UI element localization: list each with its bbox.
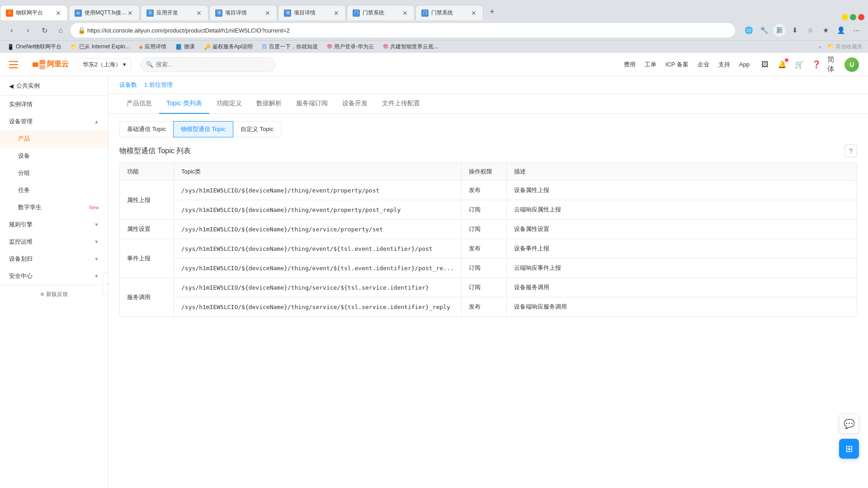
security-arrow: ▼: [94, 273, 99, 279]
bookmarks-folder[interactable]: 📁 其他收藏夹: [827, 43, 863, 51]
topic-path-1: /sys/h1mIEW5LCIO/${deviceName}/thing/eve…: [174, 181, 462, 200]
sub-tab-basic[interactable]: 基础通信 Topic: [119, 121, 174, 137]
back-button[interactable]: ‹: [5, 24, 18, 37]
tab-data-parse[interactable]: 数据解析: [249, 94, 289, 114]
sub-tab-custom[interactable]: 自定义 Topic: [233, 121, 281, 137]
download-icon[interactable]: ⬇: [788, 24, 801, 37]
sidebar-section-device-management[interactable]: 设备管理 ▲: [0, 113, 108, 130]
tab-device-dev-label: 设备开发: [342, 99, 368, 107]
cart-icon-btn[interactable]: 🛒: [793, 58, 806, 71]
bookmark-icon[interactable]: ☆: [804, 24, 816, 37]
tab-6[interactable]: 门 门禁系统 ✕: [347, 5, 415, 20]
hamburger-menu[interactable]: [9, 57, 24, 72]
tab-func-def[interactable]: 功能定义: [209, 94, 249, 114]
image-icon-btn[interactable]: 🖼: [759, 58, 771, 71]
bookmark-appdetail[interactable]: ◈ 应用详情: [137, 42, 168, 52]
nav-link-support[interactable]: 支持: [718, 61, 730, 69]
bell-icon-btn[interactable]: 🔔: [776, 58, 788, 71]
sidebar-footer-feedback[interactable]: ⊕ 新版反馈: [0, 285, 108, 304]
tab-device-dev[interactable]: 设备开发: [335, 94, 375, 114]
sidebar-back-button[interactable]: ◀ 公共实例: [0, 76, 108, 96]
tab-close-7[interactable]: ✕: [470, 9, 477, 17]
more-icon[interactable]: ⋯: [850, 24, 863, 37]
help-icon-btn[interactable]: ❓: [810, 58, 823, 71]
search-bar[interactable]: 🔍: [140, 57, 276, 72]
new-tab-button[interactable]: +: [484, 4, 500, 20]
bookmark-onenet[interactable]: 📱 OneNet物联网平台: [5, 42, 63, 52]
bookmark-baidu[interactable]: 百 百度一下，你就知道: [260, 42, 320, 52]
nav-link-enterprise[interactable]: 企业: [698, 61, 709, 69]
sidebar-item-digital-twin[interactable]: 数字孪生 New: [0, 199, 108, 216]
sidebar-section-device-assign[interactable]: 设备划归 ▼: [0, 250, 108, 267]
new-badge-icon[interactable]: 新: [773, 24, 786, 37]
bookmark-huawei2[interactable]: 华 共建智能世界云底...: [381, 42, 440, 52]
breadcrumb-manage[interactable]: 1 前往管理: [144, 81, 173, 89]
bookmark-auth[interactable]: 🔑 鉴权服务Api说明: [202, 42, 255, 52]
nav-link-cost[interactable]: 费用: [624, 61, 636, 69]
nav-link-icp[interactable]: ICP 备案: [665, 61, 689, 69]
tab-close-2[interactable]: ✕: [127, 9, 134, 17]
extensions-icon[interactable]: 🔧: [758, 24, 770, 37]
sidebar-item-instance-detail[interactable]: 实例详情: [0, 96, 108, 113]
desc-5: 云端响应事件上报: [506, 258, 857, 278]
user-avatar[interactable]: U: [844, 57, 859, 72]
sidebar-collapse-button[interactable]: ‹: [103, 272, 108, 295]
bookmark-huawei[interactable]: 华 用户登录-华为云: [325, 42, 376, 52]
tab-1[interactable]: 云 物联网平台 ✕: [0, 5, 68, 20]
maximize-button[interactable]: [850, 14, 856, 20]
sidebar-section-security[interactable]: 安全中心 ▼: [0, 267, 108, 285]
nav-link-ticket[interactable]: 工单: [645, 61, 656, 69]
bookmark-weike[interactable]: 📘 微课: [174, 42, 197, 52]
tab-7[interactable]: 门 门禁系统 ✕: [415, 5, 483, 20]
desc-1: 设备属性上报: [506, 181, 857, 200]
tab-file-upload[interactable]: 文件上传配置: [375, 94, 427, 114]
tab-3[interactable]: 应 应用开发 ✕: [141, 5, 208, 20]
huawei2-label: 共建智能世界云底...: [390, 43, 438, 51]
tab-server-sub[interactable]: 服务端订阅: [289, 94, 335, 114]
tab-topic-list[interactable]: Topic 类列表: [159, 94, 209, 114]
translate-icon[interactable]: 🌐: [742, 24, 755, 37]
grid-float-button[interactable]: ⊞: [839, 439, 859, 459]
breadcrumb: 设备数 1 前往管理: [108, 76, 868, 94]
breadcrumb-devices[interactable]: 设备数: [119, 81, 137, 89]
tab-4[interactable]: 项 项目详情 ✕: [209, 5, 277, 20]
tab-2[interactable]: M 使用MQTT.fx接… ✕: [69, 5, 140, 20]
tab-close-4[interactable]: ✕: [264, 9, 271, 17]
home-button[interactable]: ⌂: [54, 24, 67, 37]
baidu-icon: 百: [262, 43, 267, 51]
logo-icon: [33, 60, 45, 70]
tab-close-6[interactable]: ✕: [401, 9, 409, 17]
tab-close-1[interactable]: ✕: [55, 9, 62, 17]
search-input[interactable]: [156, 61, 270, 68]
tab-product-info[interactable]: 产品信息: [119, 94, 159, 114]
tab-5[interactable]: 项 项目详情 ✕: [278, 5, 346, 20]
monitor-label: 监控运维: [9, 238, 33, 246]
minimize-button[interactable]: [842, 14, 848, 20]
tab-close-3[interactable]: ✕: [195, 9, 203, 17]
address-input[interactable]: 🔒 https://iot.console.aliyun.com/product…: [71, 23, 735, 38]
sidebar-item-product[interactable]: 产品: [0, 130, 108, 147]
profile-icon[interactable]: 👤: [835, 24, 847, 37]
sidebar-item-task[interactable]: 任务: [0, 182, 108, 199]
chat-float-button[interactable]: 💬: [839, 414, 859, 434]
huawei-label: 用户登录-华为云: [334, 43, 374, 51]
nav-link-app[interactable]: App: [739, 61, 750, 68]
region-text: 华东2（上海）: [83, 61, 121, 69]
tab-close-5[interactable]: ✕: [333, 9, 340, 17]
sidebar-section-monitor[interactable]: 监控运维 ▼: [0, 233, 108, 250]
sidebar-item-group[interactable]: 分组: [0, 164, 108, 182]
bookmarks-more[interactable]: »: [819, 44, 822, 50]
refresh-button[interactable]: ↻: [38, 24, 51, 37]
sub-tab-model[interactable]: 物模型通信 Topic: [173, 121, 233, 137]
forward-button[interactable]: ›: [22, 24, 34, 37]
favorites-icon[interactable]: ★: [819, 24, 832, 37]
huawei2-icon: 华: [383, 43, 388, 51]
sidebar-section-rules[interactable]: 规则引擎 ▼: [0, 216, 108, 233]
bookmark-ie[interactable]: 📁 已从 Internet Explo...: [69, 42, 131, 52]
help-button[interactable]: ?: [844, 145, 857, 157]
close-button[interactable]: [858, 14, 864, 20]
region-selector[interactable]: 华东2（上海） ▾: [78, 58, 131, 71]
simplified-chinese-btn[interactable]: 简体: [827, 58, 840, 71]
sidebar-item-device[interactable]: 设备: [0, 147, 108, 164]
desc-6: 设备服务调用: [506, 278, 857, 297]
